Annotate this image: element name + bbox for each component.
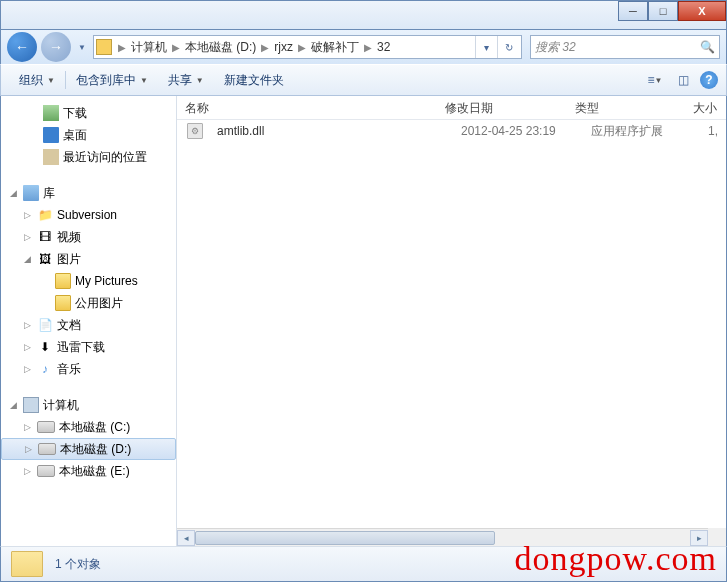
drive-icon — [38, 443, 56, 455]
column-name[interactable]: 名称 — [177, 96, 437, 119]
file-row[interactable]: ⚙ amtlib.dll 2012-04-25 23:19 应用程序扩展 1, — [177, 120, 726, 142]
breadcrumb-rjxz[interactable]: rjxz — [271, 40, 296, 54]
search-icon: 🔍 — [700, 40, 715, 54]
music-icon: ♪ — [37, 361, 53, 377]
tree-item-my-pictures[interactable]: My Pictures — [1, 270, 176, 292]
navigation-tree[interactable]: 下载 桌面 最近访问的位置 ◢库 ▷📁Subversion ▷🎞视频 ◢🖼图片 … — [1, 96, 177, 546]
library-icon — [23, 185, 39, 201]
tree-item-documents[interactable]: ▷📄文档 — [1, 314, 176, 336]
tree-item-drive-d[interactable]: ▷本地磁盘 (D:) — [1, 438, 176, 460]
maximize-button[interactable]: □ — [648, 1, 678, 21]
tree-item-recent[interactable]: 最近访问的位置 — [1, 146, 176, 168]
watermark-text: dongpow.com — [515, 540, 717, 578]
file-size: 1, — [683, 124, 726, 138]
folder-icon — [96, 39, 112, 55]
documents-icon: 📄 — [37, 317, 53, 333]
expand-icon[interactable]: ▷ — [22, 444, 34, 454]
expand-icon[interactable]: ▷ — [21, 466, 33, 476]
chevron-right-icon[interactable]: ▶ — [296, 42, 308, 53]
column-type[interactable]: 类型 — [567, 96, 667, 119]
tree-item-pictures[interactable]: ◢🖼图片 — [1, 248, 176, 270]
breadcrumb-32[interactable]: 32 — [374, 40, 393, 54]
preview-pane-button[interactable]: ◫ — [672, 70, 694, 90]
search-placeholder: 搜索 32 — [535, 39, 576, 56]
share-menu[interactable]: 共享▼ — [158, 65, 214, 95]
tree-item-xunlei[interactable]: ▷⬇迅雷下载 — [1, 336, 176, 358]
chevron-right-icon[interactable]: ▶ — [116, 42, 128, 53]
status-text: 1 个对象 — [55, 556, 101, 573]
scroll-thumb[interactable] — [195, 531, 495, 545]
arrow-left-icon: ← — [15, 39, 29, 55]
file-list: 名称 修改日期 类型 大小 ⚙ amtlib.dll 2012-04-25 23… — [177, 96, 726, 546]
include-in-library-menu[interactable]: 包含到库中▼ — [66, 65, 158, 95]
expand-icon[interactable]: ▷ — [21, 232, 33, 242]
collapse-icon[interactable]: ◢ — [21, 254, 33, 264]
breadcrumb-patch[interactable]: 破解补丁 — [308, 39, 362, 56]
subversion-icon: 📁 — [37, 207, 53, 223]
navigation-bar: ← → ▼ ▶ 计算机 ▶ 本地磁盘 (D:) ▶ rjxz ▶ 破解补丁 ▶ … — [0, 30, 727, 64]
drive-icon — [37, 465, 55, 477]
expand-icon[interactable]: ▷ — [21, 342, 33, 352]
tree-item-libraries[interactable]: ◢库 — [1, 182, 176, 204]
chevron-right-icon[interactable]: ▶ — [259, 42, 271, 53]
breadcrumb-drive-d[interactable]: 本地磁盘 (D:) — [182, 39, 259, 56]
collapse-icon[interactable]: ◢ — [7, 188, 19, 198]
video-icon: 🎞 — [37, 229, 53, 245]
expand-icon[interactable]: ▷ — [21, 422, 33, 432]
tree-item-public-pictures[interactable]: 公用图片 — [1, 292, 176, 314]
download-icon — [43, 105, 59, 121]
address-bar[interactable]: ▶ 计算机 ▶ 本地磁盘 (D:) ▶ rjxz ▶ 破解补丁 ▶ 32 ▾ ↻ — [93, 35, 522, 59]
window-titlebar: ─ □ X — [0, 0, 727, 30]
chevron-right-icon[interactable]: ▶ — [362, 42, 374, 53]
tree-item-videos[interactable]: ▷🎞视频 — [1, 226, 176, 248]
column-date[interactable]: 修改日期 — [437, 96, 567, 119]
folder-icon — [55, 273, 71, 289]
tree-item-downloads[interactable]: 下载 — [1, 102, 176, 124]
close-button[interactable]: X — [678, 1, 726, 21]
file-type: 应用程序扩展 — [583, 123, 683, 140]
expand-icon[interactable]: ▷ — [21, 320, 33, 330]
folder-icon — [11, 551, 43, 577]
tree-item-subversion[interactable]: ▷📁Subversion — [1, 204, 176, 226]
column-headers: 名称 修改日期 类型 大小 — [177, 96, 726, 120]
dll-file-icon: ⚙ — [187, 123, 203, 139]
arrow-right-icon: → — [49, 39, 63, 55]
folder-icon — [55, 295, 71, 311]
chevron-right-icon[interactable]: ▶ — [170, 42, 182, 53]
pictures-icon: 🖼 — [37, 251, 53, 267]
address-dropdown[interactable]: ▾ — [475, 36, 497, 58]
organize-menu[interactable]: 组织▼ — [9, 65, 65, 95]
back-button[interactable]: ← — [7, 32, 37, 62]
scroll-left-button[interactable]: ◂ — [177, 530, 195, 546]
file-date: 2012-04-25 23:19 — [453, 124, 583, 138]
collapse-icon[interactable]: ◢ — [7, 400, 19, 410]
main-area: 下载 桌面 最近访问的位置 ◢库 ▷📁Subversion ▷🎞视频 ◢🖼图片 … — [0, 96, 727, 546]
tree-item-desktop[interactable]: 桌面 — [1, 124, 176, 146]
expand-icon[interactable]: ▷ — [21, 364, 33, 374]
history-dropdown[interactable]: ▼ — [75, 33, 89, 61]
computer-icon — [23, 397, 39, 413]
column-size[interactable]: 大小 — [667, 96, 726, 119]
help-button[interactable]: ? — [700, 71, 718, 89]
refresh-button[interactable]: ↻ — [497, 36, 519, 58]
desktop-icon — [43, 127, 59, 143]
breadcrumb-computer[interactable]: 计算机 — [128, 39, 170, 56]
command-toolbar: 组织▼ 包含到库中▼ 共享▼ 新建文件夹 ≡ ▼ ◫ ? — [0, 64, 727, 96]
new-folder-button[interactable]: 新建文件夹 — [214, 65, 294, 95]
expand-icon[interactable]: ▷ — [21, 210, 33, 220]
drive-icon — [37, 421, 55, 433]
forward-button[interactable]: → — [41, 32, 71, 62]
tree-item-drive-e[interactable]: ▷本地磁盘 (E:) — [1, 460, 176, 482]
tree-item-music[interactable]: ▷♪音乐 — [1, 358, 176, 380]
search-input[interactable]: 搜索 32 🔍 — [530, 35, 720, 59]
file-name: amtlib.dll — [209, 124, 453, 138]
tree-item-drive-c[interactable]: ▷本地磁盘 (C:) — [1, 416, 176, 438]
view-options-button[interactable]: ≡ ▼ — [644, 70, 666, 90]
minimize-button[interactable]: ─ — [618, 1, 648, 21]
recent-icon — [43, 149, 59, 165]
xunlei-icon: ⬇ — [37, 339, 53, 355]
tree-item-computer[interactable]: ◢计算机 — [1, 394, 176, 416]
